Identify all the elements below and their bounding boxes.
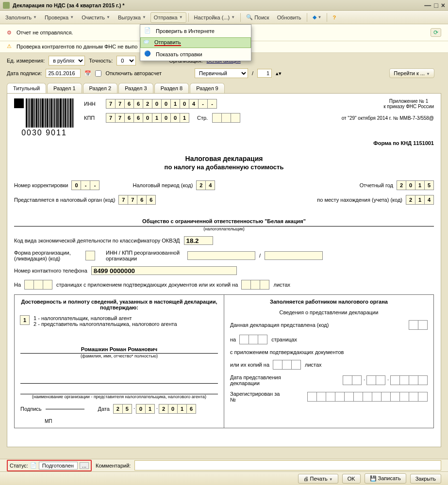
autocalc-checkbox[interactable] <box>95 70 101 77</box>
settings-button[interactable]: Настройка (...)▼ <box>191 12 239 23</box>
comment-input[interactable] <box>134 460 441 470</box>
maximize-button[interactable]: □ <box>434 1 438 9</box>
num-input[interactable] <box>257 69 272 78</box>
okved-input[interactable] <box>184 236 213 245</box>
print-button[interactable]: 🖨 Печать ▼ <box>298 474 338 484</box>
status-value: Подготовлен <box>39 462 78 469</box>
doc-subtitle: по налогу на добавленную стоимость <box>14 163 434 171</box>
sign-date-label: Дата подписи: <box>7 70 42 76</box>
reorg-kpp-input[interactable] <box>265 251 323 260</box>
show-sends-item[interactable]: 🔵Показать отправки <box>140 48 251 61</box>
inn-label: ИНН <box>84 101 101 107</box>
goto-button[interactable]: Перейти к ... ▼ <box>389 68 434 78</box>
tab-5[interactable]: Раздел 9 <box>190 83 225 93</box>
warning-icon: ⚙ <box>7 30 12 36</box>
sign-date-input[interactable] <box>46 69 81 78</box>
clear-button[interactable]: Очистить▼ <box>78 12 114 23</box>
send-item[interactable]: 📨Отправить <box>140 37 251 48</box>
app-icon <box>3 2 10 9</box>
tab-2[interactable]: Раздел 2 <box>83 83 118 93</box>
tab-3[interactable]: Раздел 3 <box>118 83 153 93</box>
kpp-label: КПП <box>84 115 101 121</box>
reorg-inn-input[interactable] <box>187 251 255 260</box>
help-button[interactable]: ? <box>329 12 339 23</box>
send-dropdown: 📄Проверить в Интернете 📨Отправить 🔵Показ… <box>140 24 251 61</box>
primary-select[interactable]: Первичный <box>195 68 248 78</box>
phone-input[interactable] <box>91 266 237 275</box>
refresh-button[interactable]: Обновить <box>274 12 305 23</box>
extra-button[interactable]: ◆▼ <box>309 12 325 23</box>
alert-icon: ⚠ <box>7 43 12 49</box>
date-picker-icon[interactable]: 📅 <box>84 70 91 77</box>
search-button[interactable]: 🔍Поиск <box>243 12 272 23</box>
unit-select[interactable]: в рублях <box>49 56 85 65</box>
autocalc-label: Отключить авторасчет <box>105 70 162 76</box>
fns-check-message: Проверка контрагентов по данным ФНС не в… <box>17 44 137 49</box>
representative-name: Ромашкин Роман Романович <box>20 346 218 354</box>
num-stepper[interactable]: ▴▾ <box>276 70 282 77</box>
status-box: Статус: 📄 Подготовлен ... <box>7 460 92 471</box>
minimize-button[interactable]: — <box>424 1 431 9</box>
ok-button[interactable]: OK <box>342 474 361 484</box>
barcode: 0030 9011 <box>14 98 74 137</box>
close-window-button[interactable]: Закрыть <box>410 474 441 484</box>
tab-0[interactable]: Титульный <box>7 83 46 93</box>
org-name: Общество с ограниченной ответственностью… <box>14 216 434 226</box>
tab-1[interactable]: Раздел 1 <box>47 83 82 93</box>
not-sent-message: Отчет не отправлялся. <box>17 30 73 35</box>
check-online-item[interactable]: 📄Проверить в Интернете <box>140 25 251 37</box>
form-code: Форма по КНД 1151001 <box>14 140 434 146</box>
precision-label: Точность: <box>89 58 113 64</box>
export-button[interactable]: Выгрузка▼ <box>115 12 149 23</box>
fill-button[interactable]: Заполнить▼ <box>2 12 40 23</box>
save-button[interactable]: 💾 Записать <box>365 473 406 484</box>
close-button[interactable]: × <box>441 1 445 9</box>
precision-select[interactable]: 0 <box>116 56 136 65</box>
check-button[interactable]: Проверка▼ <box>41 12 77 23</box>
window-title: Декларация по НДС (за 4 квартал 2015 г.)… <box>13 2 424 8</box>
refresh-icon[interactable]: ⟳ <box>431 28 441 37</box>
doc-title: Налоговая декларация <box>14 155 434 162</box>
send-button[interactable]: Отправка▼ <box>150 12 186 23</box>
status-change-button[interactable]: ... <box>80 462 89 469</box>
unit-label: Ед. измерения: <box>7 58 45 64</box>
tab-4[interactable]: Раздел 8 <box>154 83 189 93</box>
